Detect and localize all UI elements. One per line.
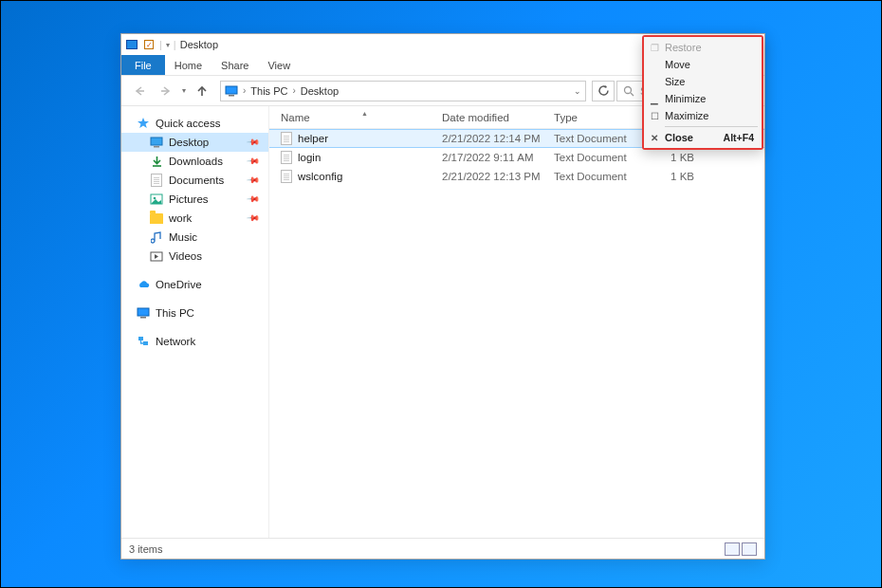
tab-home[interactable]: Home (165, 55, 211, 75)
sidebar-item-music[interactable]: Music (121, 228, 268, 247)
music-icon (150, 230, 163, 244)
file-type: Text Document (554, 171, 654, 182)
sidebar-item-label: OneDrive (156, 279, 202, 290)
tab-view[interactable]: View (258, 55, 300, 75)
address-bar[interactable]: › This PC › Desktop ⌄ (220, 81, 586, 101)
videos-icon (150, 249, 163, 263)
file-date: 2/17/2022 9:11 AM (442, 152, 554, 163)
menu-label: Size (665, 76, 685, 87)
forward-button[interactable] (154, 79, 178, 103)
breadcrumb-thispc[interactable]: This PC (250, 85, 287, 97)
refresh-icon (597, 84, 610, 97)
column-type[interactable]: Type (554, 112, 654, 123)
file-row[interactable]: login 2/17/2022 9:11 AM Text Document 1 … (269, 148, 764, 167)
sidebar-item-label: Downloads (169, 156, 223, 167)
svg-line-6 (631, 93, 634, 96)
menu-close[interactable]: ✕ Close Alt+F4 (644, 129, 762, 146)
pin-icon: 📌 (247, 211, 261, 226)
sidebar-item-documents[interactable]: Documents 📌 (121, 171, 268, 190)
svg-point-5 (625, 86, 632, 93)
menu-label: Move (665, 59, 690, 70)
close-icon: ✕ (649, 133, 660, 143)
sidebar-quick-access[interactable]: Quick access (121, 114, 268, 133)
refresh-button[interactable] (592, 81, 615, 101)
chevron-right-icon: › (243, 85, 246, 96)
address-dropdown-icon[interactable]: ⌄ (574, 86, 581, 96)
menu-restore[interactable]: ❐ Restore (644, 39, 762, 56)
tab-share[interactable]: Share (211, 55, 258, 75)
pictures-icon (150, 193, 163, 206)
restore-icon: ❐ (649, 43, 660, 53)
sidebar-item-label: This PC (156, 307, 194, 319)
monitor-icon (225, 84, 238, 98)
recent-locations-chevron-icon[interactable]: ▾ (180, 86, 188, 95)
document-icon (281, 132, 292, 145)
file-date: 2/21/2022 12:13 PM (442, 171, 554, 182)
pin-icon: 📌 (247, 193, 261, 207)
arrow-up-icon (195, 84, 209, 98)
sidebar-item-label: Music (169, 231, 197, 243)
menu-move[interactable]: Move (644, 56, 762, 73)
file-type: Text Document (554, 133, 654, 144)
window-title: Desktop (180, 39, 218, 50)
menu-size[interactable]: Size (644, 73, 762, 90)
menu-label: Close (665, 132, 693, 143)
sidebar-item-desktop[interactable]: Desktop 📌 (121, 133, 268, 152)
sidebar-item-label: Documents (169, 175, 224, 186)
file-name: wslconfig (298, 171, 342, 182)
menu-shortcut: Alt+F4 (724, 132, 754, 143)
pin-icon: 📌 (247, 174, 261, 188)
menu-maximize[interactable]: ☐ Maximize (644, 107, 762, 124)
menu-label: Minimize (665, 93, 706, 104)
back-button[interactable] (127, 79, 152, 103)
file-type: Text Document (554, 152, 654, 163)
menu-separator (665, 126, 758, 127)
minimize-icon: ▁ (649, 94, 660, 104)
sidebar-item-videos[interactable]: Videos (121, 247, 268, 266)
file-row[interactable]: wslconfig 2/21/2022 12:13 PM Text Docume… (269, 167, 764, 186)
column-date[interactable]: Date modified (442, 112, 554, 123)
large-icons-view-icon[interactable] (742, 542, 757, 556)
pin-icon: 📌 (247, 155, 261, 169)
network-icon (137, 335, 150, 348)
sidebar-onedrive[interactable]: OneDrive (121, 275, 268, 294)
column-label: Name (281, 112, 310, 123)
svg-rect-8 (154, 146, 159, 148)
sidebar-item-downloads[interactable]: Downloads 📌 (121, 152, 268, 171)
svg-rect-7 (151, 138, 162, 145)
column-label: Date modified (442, 112, 509, 123)
file-name: helper (298, 133, 328, 144)
breadcrumb-desktop[interactable]: Desktop (301, 85, 339, 97)
sidebar-this-pc[interactable]: This PC (121, 303, 268, 322)
details-view-icon[interactable] (725, 542, 740, 556)
file-size: 1 KB (654, 171, 711, 182)
svg-rect-3 (226, 86, 237, 94)
documents-icon (150, 174, 163, 187)
qat-properties-icon[interactable]: ✓ (142, 38, 156, 51)
menu-minimize[interactable]: ▁ Minimize (644, 90, 762, 107)
view-mode-icons (725, 542, 757, 556)
sidebar-item-label: Videos (169, 250, 202, 262)
document-icon (281, 151, 292, 164)
menu-label: Maximize (665, 110, 708, 121)
file-list: ▲ Name Date modified Type Size helper 2/… (269, 106, 764, 538)
pin-icon: 📌 (247, 136, 261, 150)
arrow-left-icon (133, 84, 146, 98)
file-date: 2/21/2022 12:14 PM (442, 133, 554, 144)
svg-rect-14 (140, 317, 146, 319)
system-menu-highlight: ❐ Restore Move Size ▁ Minimize ☐ Maximiz… (642, 35, 763, 150)
star-icon (137, 117, 150, 130)
column-name[interactable]: ▲ Name (281, 112, 442, 123)
up-button[interactable] (190, 79, 214, 103)
search-icon (623, 85, 634, 97)
svg-rect-4 (229, 95, 234, 97)
chevron-right-icon: › (292, 85, 295, 96)
qat-dropdown-icon[interactable]: ▾ (166, 41, 170, 49)
sidebar-item-work[interactable]: work 📌 (121, 209, 268, 228)
maximize-icon: ☐ (649, 111, 660, 121)
svg-rect-13 (138, 308, 149, 316)
sidebar-item-pictures[interactable]: Pictures 📌 (121, 190, 268, 209)
sidebar-network[interactable]: Network (121, 332, 268, 351)
file-tab[interactable]: File (121, 55, 165, 75)
folder-icon (150, 211, 163, 225)
